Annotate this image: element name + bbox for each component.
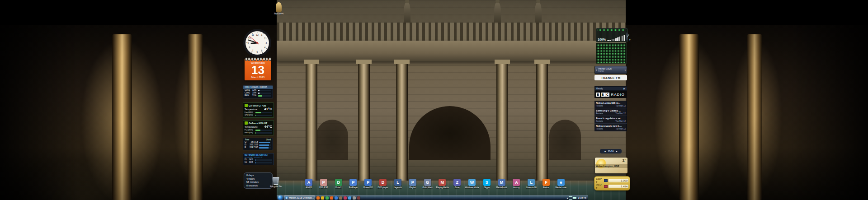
volume-icon[interactable]: ◀ bbox=[577, 196, 579, 199]
news-item[interactable]: Samsung's Galaxy ... ReutersTue Mar 12 bbox=[594, 108, 627, 116]
news-item[interactable]: Nokia reveals new L... ReutersTue Mar 12 bbox=[594, 124, 627, 131]
usage-histogram bbox=[607, 35, 625, 41]
power-cpu-meter-gadget[interactable]: 100% ▾ bbox=[596, 28, 627, 42]
recycle-bin[interactable]: Recycle Bin bbox=[270, 177, 282, 188]
display-icon[interactable] bbox=[569, 196, 572, 200]
radio-status-bar[interactable]: Ready ▶ bbox=[594, 86, 627, 91]
bbc-radio-text: RADIO bbox=[611, 93, 625, 97]
led-ticker-icon bbox=[598, 29, 626, 31]
app-glyph: F bbox=[545, 180, 547, 185]
app-icon: A bbox=[305, 179, 312, 186]
taskbar-pinned-icon[interactable] bbox=[353, 196, 356, 200]
wallpaper-column bbox=[396, 63, 408, 184]
app-icon: D bbox=[335, 179, 342, 186]
taskbar-pinned-icon[interactable] bbox=[335, 196, 338, 200]
news-date: Tue Mar 12 bbox=[615, 120, 626, 122]
taskbar-pinned-icon[interactable] bbox=[330, 196, 333, 200]
currency-amount[interactable]: 1.494 bbox=[609, 185, 628, 188]
weather-gadget[interactable]: 1° Wolverhampton, GBR bbox=[595, 158, 627, 173]
analog-clock-gadget[interactable]: 1 234 567 8910 1112 bbox=[242, 28, 272, 60]
prev-station-icon[interactable]: ‹ bbox=[596, 69, 597, 72]
desktop-icon[interactable]: PPlaylist bbox=[406, 179, 420, 189]
currency-converter-gadget[interactable]: GBP ▾ 1.000 USD ▾ 1.494 bbox=[594, 176, 630, 191]
app-glyph: P bbox=[322, 180, 325, 185]
desktop-icon[interactable]: MMediaPortal bbox=[495, 179, 509, 189]
radio-player-gadget[interactable]: ‹ Trance 192kTrance › TRANCE·FM bbox=[594, 66, 627, 80]
clock-face-icon: 1 234 567 8910 1112 bbox=[242, 28, 272, 58]
wallpaper-arch bbox=[316, 120, 348, 160]
news-item[interactable]: French regulators se... ReutersTue Mar 1… bbox=[594, 116, 627, 124]
page-next-icon[interactable]: ► bbox=[615, 150, 618, 153]
wallpaper-parapet bbox=[277, 23, 626, 41]
currency-amount[interactable]: 1.000 bbox=[609, 179, 628, 182]
taskbar-window-button[interactable]: e March 2013 Desktop... bbox=[284, 195, 315, 200]
taskbar-pinned-icon[interactable] bbox=[344, 196, 347, 200]
desktop-icon[interactable]: LLegends bbox=[391, 179, 405, 189]
desktop-icon[interactable]: LListen to Mi bbox=[524, 179, 538, 189]
svg-text:6: 6 bbox=[257, 51, 258, 53]
play-icon[interactable]: ▶ bbox=[623, 87, 625, 90]
start-button[interactable] bbox=[278, 195, 283, 200]
hidden-icons-arrow[interactable]: ▴ bbox=[567, 196, 568, 199]
app-icon: L bbox=[528, 179, 535, 186]
cpu-ram-meter-gadget[interactable]: 2GB / 1024MB / 8192MB Core112% Core210% … bbox=[243, 85, 273, 98]
desktop-icon-label: Armory bbox=[509, 186, 524, 189]
desktop-icon[interactable]: FFirefox bbox=[539, 179, 553, 189]
app-glyph: P bbox=[367, 180, 369, 185]
next-station-icon[interactable]: › bbox=[625, 69, 626, 72]
app-icon: A bbox=[513, 179, 520, 186]
dropdown-icon[interactable]: ▾ bbox=[629, 38, 631, 41]
taskbar-pinned-icon[interactable] bbox=[321, 196, 324, 200]
desktop-icon[interactable]: GGuild Wars bbox=[421, 179, 434, 189]
desktop-icon[interactable]: PPowerISO bbox=[361, 179, 375, 189]
meter-bar bbox=[258, 90, 271, 91]
taskbar-pinned-icon[interactable] bbox=[316, 196, 320, 200]
svg-text:2: 2 bbox=[264, 37, 266, 40]
news-title: Nokia Lumia 928 si... bbox=[596, 102, 626, 104]
taskbar-pinned-icon[interactable] bbox=[339, 196, 342, 200]
uptime-gadget[interactable]: 0 days 4 hours 58 minutes 0 seconds bbox=[244, 172, 273, 189]
bbc-radio-logo[interactable]: B B C RADIO bbox=[594, 91, 627, 98]
currency-code[interactable]: USD ▾ bbox=[596, 183, 603, 189]
wallpaper-pillar bbox=[188, 34, 203, 200]
desktop-icon[interactable]: WWindows Movie bbox=[465, 179, 479, 189]
temp-label: Temperature: bbox=[245, 108, 258, 111]
gauge-dial-icon bbox=[626, 32, 628, 41]
gpu-temp-gadget-2[interactable]: GeForce 9500 GT Temperature:44°C Fan (30… bbox=[243, 120, 274, 135]
network-meter-gadget[interactable]: NETWORK METER V2.3 INTERNET SPEED IP DL0… bbox=[243, 153, 274, 165]
cpu-ram-header: 2GB / 1024MB / 8192MB bbox=[243, 86, 273, 89]
taskbar-pinned-icon[interactable] bbox=[357, 196, 360, 200]
taskbar-pinned-icon[interactable] bbox=[326, 196, 329, 200]
calendar-gadget[interactable]: Wednesday 13 March 2013 bbox=[245, 59, 271, 80]
desktop-icon[interactable]: AAIMP3 bbox=[302, 179, 316, 189]
wallpaper-column bbox=[536, 63, 548, 184]
drive-meter-gadget[interactable]: FreeUsed C:38.5 GB D:206.2 GB E:204.7 GB bbox=[243, 138, 273, 150]
recycle-bin-label: Recycle Bin bbox=[270, 185, 282, 188]
news-item[interactable]: Nokia Lumia 928 si... ReutersTue Mar 12 bbox=[594, 101, 627, 108]
system-tray: ▴ ◀ 08:48 bbox=[567, 196, 586, 200]
currency-code[interactable]: GBP ▾ bbox=[596, 177, 603, 183]
desktop-icon-label: MediaPortal bbox=[495, 186, 509, 189]
page-prev-icon[interactable]: ◄ bbox=[604, 150, 606, 153]
battery-icon[interactable] bbox=[573, 197, 576, 199]
desktop-icon[interactable]: SSkype bbox=[480, 179, 494, 189]
temp-label: Temperature: bbox=[245, 126, 258, 128]
desktop-icon-label: PS3 PSP bbox=[316, 186, 331, 189]
desktop-icon[interactable]: PPotPlayer bbox=[346, 179, 360, 189]
taskbar-clock[interactable]: 08:48 bbox=[580, 196, 586, 199]
desktop-icon[interactable]: PPS3 PSP bbox=[317, 179, 330, 189]
upload-value: 0KB bbox=[249, 161, 255, 164]
desktop-icon[interactable]: eMedia Lover bbox=[554, 179, 568, 189]
taskbar-pinned-icon[interactable] bbox=[348, 196, 351, 200]
desktop-icon[interactable]: MPlaying Media bbox=[435, 179, 449, 189]
led-visualizer-gadget[interactable] bbox=[596, 43, 627, 64]
desktop-icon[interactable]: DDVD player bbox=[376, 179, 390, 189]
desktop-icon-top[interactable]: ProStreet bbox=[274, 2, 283, 15]
app-icon bbox=[276, 2, 282, 12]
svg-text:7: 7 bbox=[252, 49, 254, 52]
gpu-temp-gadget-1[interactable]: GeForce GT 430 Temperature:41°C Fan (33%… bbox=[243, 102, 274, 118]
desktop-icon[interactable]: AArmory bbox=[509, 179, 523, 189]
desktop-icon[interactable]: DDota 2 bbox=[332, 179, 345, 189]
fan-bar bbox=[255, 130, 272, 131]
desktop-icon[interactable]: ZZune bbox=[450, 179, 464, 189]
